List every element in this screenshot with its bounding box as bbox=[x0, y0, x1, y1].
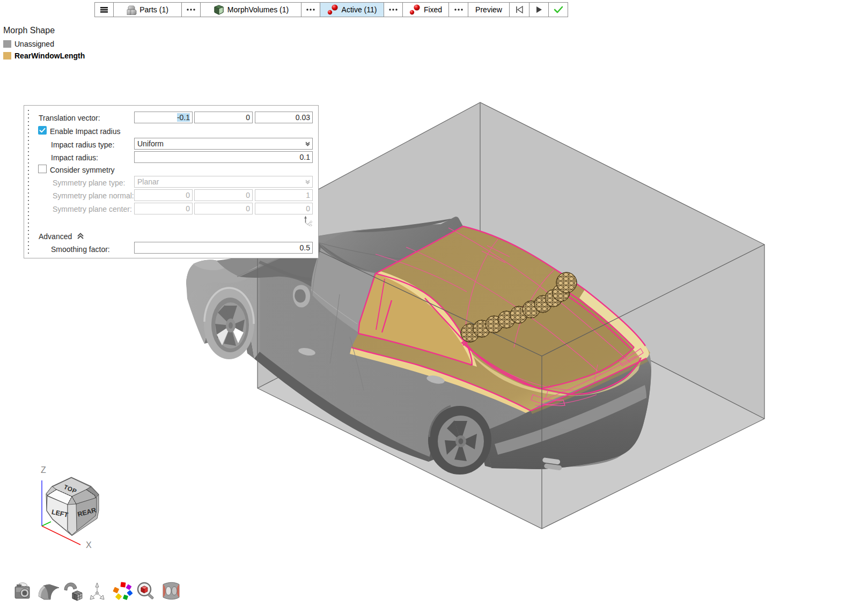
svg-text:Z: Z bbox=[41, 465, 46, 475]
svg-text:X: X bbox=[86, 540, 92, 550]
